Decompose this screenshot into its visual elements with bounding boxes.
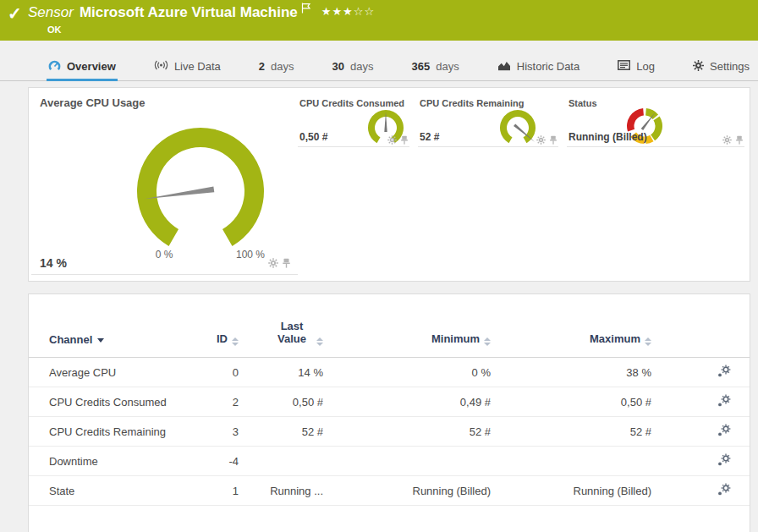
column-header-maximum[interactable]: Maximum: [491, 294, 651, 358]
gear-icon[interactable]: [268, 258, 278, 268]
cell-last: 52 #: [239, 417, 323, 447]
tab-2-days[interactable]: 2days: [257, 52, 296, 80]
gauge-value: 52 #: [420, 131, 439, 143]
check-icon: ✓: [8, 4, 22, 23]
cell-actions: [651, 387, 750, 417]
cell-min: 0 %: [323, 358, 491, 387]
pin-icon[interactable]: [282, 258, 291, 268]
tab-label: Overview: [67, 60, 116, 73]
gauge-panel-cpu-credits-remaining: CPU Credits Remaining 52 #: [418, 88, 558, 147]
sort-icon: [232, 337, 239, 346]
flag-icon[interactable]: [301, 0, 311, 19]
rating-stars[interactable]: ★★★☆☆: [321, 3, 375, 21]
cell-min: 0,49 #: [323, 387, 491, 417]
table-row: State1Running ...Running (Billed)Running…: [29, 476, 750, 506]
cell-min: 52 #: [323, 417, 491, 447]
column-header-minimum[interactable]: Minimum: [323, 294, 491, 358]
cell-actions: [651, 476, 750, 506]
gauge-scale-min: 0 %: [146, 249, 183, 261]
tab-label: Live Data: [174, 60, 221, 73]
sort-icon: [645, 337, 651, 346]
edit-channel-gear-icon[interactable]: [717, 453, 731, 466]
gauges-panel: Average CPU Usage 0 % 100 % 14 % CPU Cre…: [28, 87, 750, 282]
status-badge: OK: [47, 25, 375, 35]
sensor-header: ✓ Sensor Microsoft Azure Virtual Machine…: [0, 0, 758, 41]
broadcast-icon: [154, 60, 168, 73]
pin-icon[interactable]: [549, 135, 558, 145]
gauge-scale-max: 100 %: [232, 249, 269, 261]
table-row: CPU Credits Remaining352 #52 #52 #: [29, 417, 750, 447]
cell-channel: CPU Credits Consumed: [29, 387, 195, 417]
cell-channel: State: [29, 476, 195, 506]
channel-table-panel: Channel ID Last Value Minimum Maximum Av…: [28, 293, 750, 532]
cell-id: 1: [195, 476, 239, 506]
channel-table-body: Average CPU014 %0 %38 %CPU Credits Consu…: [29, 358, 750, 506]
cell-channel: Average CPU: [29, 358, 195, 387]
table-row: Average CPU014 %0 %38 %: [29, 358, 750, 387]
gauge-panel-cpu-credits-consumed: CPU Credits Consumed 0,50 #: [298, 88, 409, 147]
pin-icon[interactable]: [400, 135, 409, 145]
gauge-panel-average-cpu: Average CPU Usage 0 % 100 % 14 %: [31, 88, 298, 275]
tab-365-days[interactable]: 365days: [410, 52, 461, 80]
column-header-last-value[interactable]: Last Value: [239, 294, 323, 358]
gauge-value: 0,50 #: [299, 131, 327, 143]
tab-30-days[interactable]: 30days: [331, 52, 376, 80]
table-row: Downtime-4: [29, 447, 750, 476]
edit-channel-gear-icon[interactable]: [717, 424, 731, 436]
cell-id: 2: [195, 387, 239, 417]
column-header-id[interactable]: ID: [195, 294, 239, 358]
cell-last: [239, 447, 323, 476]
cell-actions: [651, 358, 750, 387]
edit-channel-gear-icon[interactable]: [717, 483, 731, 496]
cell-max: 38 %: [491, 358, 651, 387]
cpu-credits-remaining-gauge: [497, 107, 538, 147]
cell-id: -4: [195, 447, 239, 476]
tab-overview[interactable]: Overview: [47, 52, 118, 80]
sort-icon: [484, 337, 491, 346]
sort-icon: [316, 337, 323, 346]
cell-id: 3: [195, 417, 239, 447]
gauge-panel-status: Status Running (Billed): [567, 88, 744, 147]
channel-table: Channel ID Last Value Minimum Maximum Av…: [29, 294, 750, 506]
cell-max: 0,50 #: [491, 387, 651, 417]
gear-icon[interactable]: [387, 135, 397, 145]
edit-channel-gear-icon[interactable]: [717, 394, 731, 407]
tab-label: Historic Data: [517, 60, 579, 73]
tab-historic-data[interactable]: Historic Data: [496, 52, 581, 80]
cell-last: Running ...: [239, 476, 323, 506]
gauge-icon: [48, 60, 61, 74]
cell-channel: Downtime: [29, 447, 195, 476]
gear-icon[interactable]: [536, 135, 546, 145]
gear-icon[interactable]: [722, 135, 732, 145]
tab-label: Log: [636, 60, 655, 73]
sensor-kind-label: Sensor: [28, 3, 74, 22]
cell-actions: [651, 417, 750, 447]
cell-last: 0,50 #: [239, 387, 323, 417]
cell-id: 0: [195, 358, 239, 387]
log-icon: [618, 60, 630, 73]
cell-channel: CPU Credits Remaining: [29, 417, 195, 447]
page-title: Microsoft Azure Virtual Machine: [80, 3, 298, 22]
pin-icon[interactable]: [735, 135, 744, 145]
area-chart-icon: [497, 60, 511, 74]
cell-max: 52 #: [491, 417, 651, 447]
cell-max: [491, 447, 651, 476]
gauge-title: Status: [568, 98, 597, 108]
gear-icon: [693, 60, 704, 74]
cell-actions: [651, 447, 750, 476]
tab-label: Settings: [710, 60, 750, 73]
gauge-value: 14 %: [40, 256, 67, 270]
tab-live-data[interactable]: Live Data: [152, 52, 222, 80]
gauge-title: Average CPU Usage: [40, 96, 146, 109]
tab-settings[interactable]: Settings: [691, 52, 751, 80]
cell-last: 14 %: [239, 358, 323, 387]
edit-channel-gear-icon[interactable]: [717, 365, 731, 377]
gauge-value: Running (Billed): [568, 131, 647, 143]
cell-min: Running (Billed): [323, 476, 491, 506]
tab-log[interactable]: Log: [616, 52, 656, 80]
cell-min: [323, 447, 491, 476]
cell-max: Running (Billed): [491, 476, 651, 506]
tab-bar: Overview Live Data 2days 30days 365days …: [0, 52, 758, 81]
column-header-channel[interactable]: Channel: [29, 294, 195, 358]
average-cpu-gauge: [133, 123, 268, 247]
